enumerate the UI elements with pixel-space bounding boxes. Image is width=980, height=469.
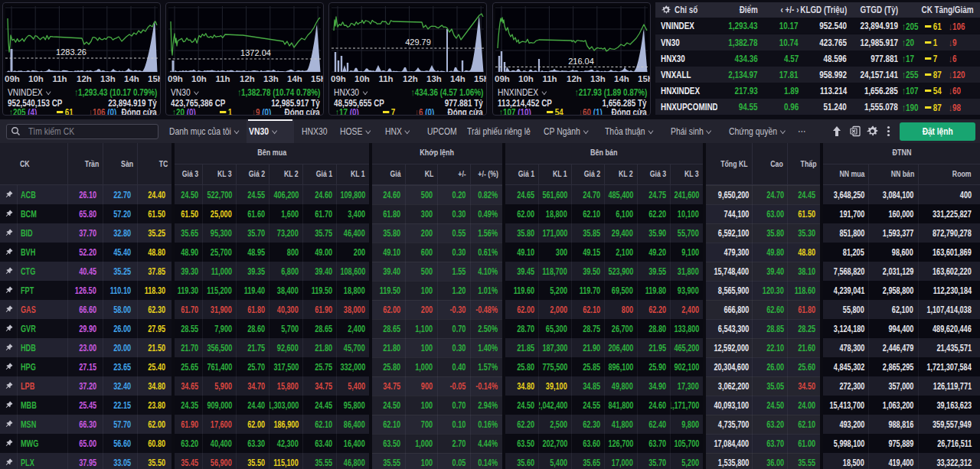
svg-text:429.79: 429.79 <box>405 37 431 47</box>
svg-text:1372.04: 1372.04 <box>240 48 271 57</box>
svg-text:1283.26: 1283.26 <box>56 47 87 57</box>
svg-text:216.04: 216.04 <box>568 57 594 66</box>
